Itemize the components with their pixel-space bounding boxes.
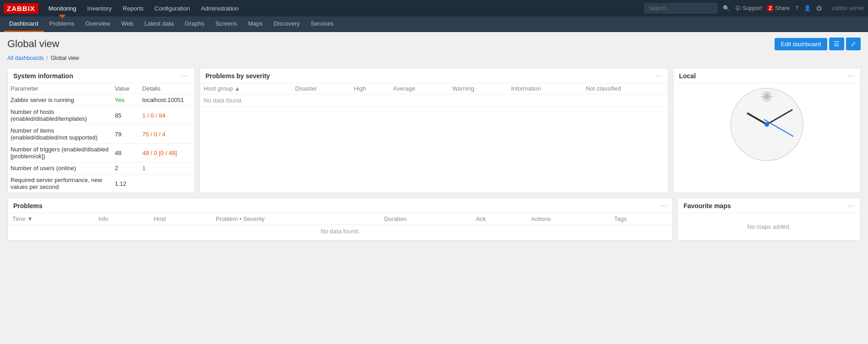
subnav-services[interactable]: Services (305, 16, 339, 32)
col-value: Value (112, 83, 140, 94)
sysinfo-param: Number of users (online) (8, 162, 112, 174)
system-info-title: System information (13, 72, 73, 80)
sysinfo-param: Zabbix server is running (8, 94, 112, 106)
sysinfo-value: 1.12 (112, 174, 140, 193)
nav-administration[interactable]: Administration (196, 2, 243, 15)
nav-configuration[interactable]: Configuration (150, 2, 195, 15)
severity-col-1: Disaster (292, 83, 350, 94)
share-link[interactable]: Z Share (767, 5, 790, 11)
subnav-latest-data[interactable]: Latest data (139, 16, 179, 32)
problems-panel-title: Problems (13, 202, 43, 210)
favmaps-header: Favourite maps ··· (678, 198, 860, 213)
edit-dashboard-button[interactable]: Edit dashboard (775, 38, 827, 50)
search-input[interactable] (644, 3, 717, 13)
sysinfo-details: localhost:10051 (140, 94, 195, 106)
problems-col-0: Time ▼ (8, 213, 94, 225)
system-info-body: Parameter Value Details Zabbix server is… (8, 83, 195, 193)
search-icon[interactable]: 🔍 (723, 5, 730, 11)
severity-body: Host group ▲DisasterHighAverageWarningIn… (200, 83, 668, 107)
support-link[interactable]: 🛈 Support (735, 5, 762, 11)
breadcrumb: All dashboards / Global view (7, 55, 861, 61)
favmaps-no-data: No maps added. (684, 217, 855, 236)
sysinfo-details: 75 / 0 / 4 (140, 125, 195, 144)
problems-table: Time ▼InfoHostProblem • SeverityDuration… (8, 213, 673, 237)
top-nav-right: 🔍 🛈 Support Z Share ? 👤 ⏻ zabbix server (644, 3, 864, 13)
page-header-actions: Edit dashboard ☰ ⤢ (775, 38, 861, 50)
subnav-graphs[interactable]: Graphs (179, 16, 210, 32)
table-row: Number of triggers (enabled/disabled [pr… (8, 144, 195, 162)
breadcrumb-parent[interactable]: All dashboards (7, 55, 43, 61)
sysinfo-param: Number of hosts (enabled/disabled/templa… (8, 106, 112, 125)
sysinfo-value: 85 (112, 106, 140, 125)
nav-reports[interactable]: Reports (118, 2, 148, 15)
subnav-web[interactable]: Web (116, 16, 139, 32)
severity-col-2: High (350, 83, 390, 94)
severity-col-4: Warning (449, 83, 508, 94)
favmaps-title: Favourite maps (684, 202, 731, 210)
subnav-maps[interactable]: Maps (243, 16, 268, 32)
dashboard-row-2: Problems ··· Time ▼InfoHostProblem • Sev… (7, 198, 861, 241)
subnav-overview[interactable]: Overview (80, 16, 116, 32)
nav-monitoring[interactable]: Monitoring (44, 2, 81, 15)
subnav-problems[interactable]: Problems (44, 16, 80, 32)
sysinfo-details (140, 174, 195, 193)
sysinfo-details: 1 (140, 162, 195, 174)
problems-panel: Problems ··· Time ▼InfoHostProblem • Sev… (7, 198, 673, 241)
sysinfo-param: Required server performance, new values … (8, 174, 112, 193)
severity-col-5: Information (508, 83, 582, 94)
power-icon[interactable]: ⏻ (816, 5, 822, 11)
clock-face (730, 88, 803, 161)
problems-no-data: No data found. (8, 225, 673, 238)
problems-col-7: Tags (609, 213, 673, 225)
subnav-screens[interactable]: Screens (210, 16, 243, 32)
severity-col-0: Host group ▲ (200, 83, 292, 94)
clock-title: Local (679, 72, 696, 80)
subnav-dashboard[interactable]: Dashboard (4, 16, 44, 32)
support-icon: 🛈 (735, 5, 741, 11)
sysinfo-param: Number of items (enabled/disabled/not su… (8, 125, 112, 144)
problems-by-severity-panel: Problems by severity ··· Host group ▲Dis… (200, 68, 668, 193)
table-row: Number of hosts (enabled/disabled/templa… (8, 106, 195, 125)
zabbix-logo[interactable]: ZABBIX (4, 3, 38, 14)
clock-menu-icon[interactable]: ··· (847, 72, 855, 80)
col-parameter: Parameter (8, 83, 112, 94)
dashboard-fullscreen-button[interactable]: ⤢ (846, 38, 861, 50)
share-icon: Z (767, 5, 773, 11)
dashboard-menu-button[interactable]: ☰ (829, 38, 844, 50)
system-info-menu-icon[interactable]: ··· (181, 72, 189, 80)
sysinfo-value: 79 (112, 125, 140, 144)
nav-inventory[interactable]: Inventory (83, 2, 116, 15)
problems-col-4: Duration (380, 213, 471, 225)
breadcrumb-current: Global view (51, 55, 79, 61)
severity-col-6: Not classified (582, 83, 668, 94)
system-info-panel: System information ··· Parameter Value D… (7, 68, 195, 193)
sysinfo-value: 48 (112, 144, 140, 162)
help-icon[interactable]: ? (795, 5, 798, 11)
user-icon[interactable]: 👤 (804, 5, 811, 11)
sub-navigation: Dashboard Problems Overview Web Latest d… (0, 16, 868, 32)
severity-no-data: No data found. (200, 94, 668, 107)
sysinfo-details: 48 / 0 [0 / 48] (140, 144, 195, 162)
col-details: Details (140, 83, 195, 94)
local-clock-panel: Local ··· (673, 68, 861, 193)
table-row: Number of items (enabled/disabled/not su… (8, 125, 195, 144)
subnav-discovery[interactable]: Discovery (268, 16, 305, 32)
severity-menu-icon[interactable]: ··· (655, 72, 662, 80)
page-header: Global view Edit dashboard ☰ ⤢ (7, 38, 861, 50)
sysinfo-value: Yes (112, 94, 140, 106)
clock-widget (673, 83, 860, 166)
problems-panel-header: Problems ··· (8, 198, 673, 213)
dashboard-row-1: System information ··· Parameter Value D… (7, 68, 861, 193)
sysinfo-value: 2 (112, 162, 140, 174)
page-content: Global view Edit dashboard ☰ ⤢ All dashb… (0, 32, 868, 246)
top-navigation: ZABBIX Monitoring Inventory Reports Conf… (0, 0, 868, 16)
sysinfo-details: 1 / 0 / 84 (140, 106, 195, 125)
server-name: zabbix server (832, 5, 864, 11)
favmaps-menu-icon[interactable]: ··· (847, 202, 855, 210)
problems-col-3: Problem • Severity (211, 213, 380, 225)
clock-header: Local ··· (673, 68, 860, 83)
page-title: Global view (7, 38, 60, 50)
severity-table: Host group ▲DisasterHighAverageWarningIn… (200, 83, 668, 107)
system-info-header: System information ··· (8, 68, 195, 83)
problems-menu-icon[interactable]: ··· (660, 202, 667, 210)
